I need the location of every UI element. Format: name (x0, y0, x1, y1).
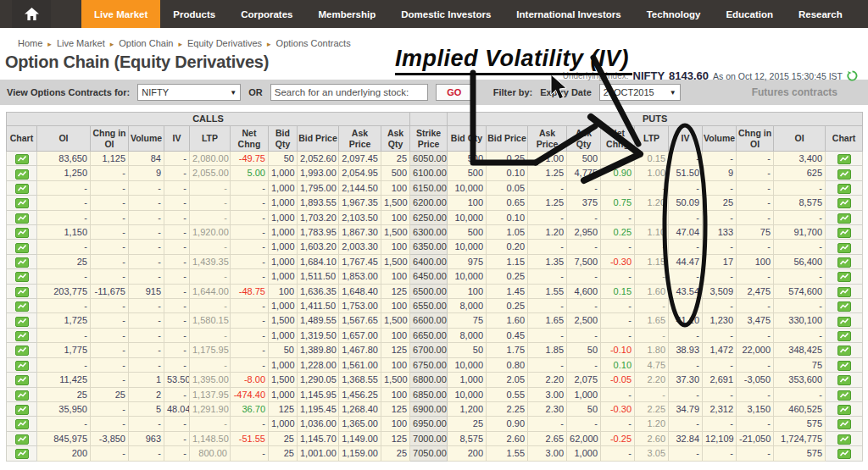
puts-ask-qty-cell: 4,775 (567, 166, 601, 180)
calls-chng-in-oi-cell: - (91, 166, 129, 180)
chart-icon[interactable] (15, 213, 29, 224)
chart-icon[interactable] (15, 272, 29, 282)
calls-net-chng-cell: - (231, 328, 269, 342)
expiry-date-label: Expiry Date (540, 87, 592, 97)
nav-item-corporates[interactable]: Corporates (228, 0, 305, 28)
chart-icon[interactable] (837, 169, 851, 180)
chart-icon[interactable] (837, 272, 851, 282)
chart-icon[interactable] (837, 287, 851, 297)
calls-oi-cell: 35,950 (37, 401, 91, 416)
calls-net-chng-cell: - (231, 240, 269, 254)
chart-icon[interactable] (837, 257, 851, 268)
chart-icon[interactable] (837, 317, 851, 327)
chart-icon[interactable] (837, 346, 851, 356)
nav-item-research[interactable]: Research (786, 0, 855, 28)
chart-icon[interactable] (837, 390, 851, 401)
chart-icon[interactable] (15, 198, 29, 208)
expiry-select[interactable]: 29OCT2015 ▼ (599, 84, 681, 101)
chart-icon[interactable] (15, 154, 29, 164)
breadcrumb-item-live-market[interactable]: Live Market (57, 38, 105, 48)
chart-icon[interactable] (15, 434, 29, 445)
puts-chart-cell (826, 357, 863, 372)
calls-volume-cell: 5 (129, 401, 164, 416)
search-input[interactable] (270, 84, 428, 101)
puts-volume-cell: - (703, 152, 737, 166)
symbol-select[interactable]: NIFTY ▼ (137, 84, 241, 101)
nav-item-products[interactable]: Products (160, 0, 228, 28)
breadcrumb-arrow-icon: ▸ (47, 40, 52, 48)
puts-volume-cell: 2,691 (703, 373, 737, 387)
calls-ltp-cell: 1,580.15 (190, 313, 231, 328)
breadcrumb-item-option-chain[interactable]: Option Chain (119, 38, 173, 48)
chart-icon[interactable] (837, 449, 851, 459)
chart-icon[interactable] (15, 184, 29, 194)
chart-icon[interactable] (15, 331, 29, 341)
puts-ltp-cell: - (635, 269, 669, 284)
puts-net-chng-cell: - (601, 210, 635, 224)
chart-icon[interactable] (837, 228, 851, 238)
chart-icon[interactable] (15, 390, 29, 401)
chart-icon[interactable] (15, 301, 29, 312)
calls-chart-cell (7, 166, 37, 180)
calls-oi-cell: - (37, 299, 91, 313)
nav-item-technology[interactable]: Technology (634, 0, 714, 28)
chart-icon[interactable] (837, 184, 851, 194)
puts-ask-qty-cell: 2,500 (567, 313, 601, 328)
chart-icon[interactable] (15, 405, 29, 415)
chart-icon[interactable] (837, 434, 851, 445)
chart-icon[interactable] (15, 243, 29, 253)
calls-net-chng-cell: - (231, 180, 269, 195)
chart-icon[interactable] (837, 154, 851, 164)
refresh-icon[interactable] (847, 70, 858, 81)
chart-icon[interactable] (15, 375, 29, 385)
calls-bid-qty-cell: 1,500 (269, 313, 298, 328)
chart-icon[interactable] (837, 331, 851, 341)
chart-icon[interactable] (15, 287, 29, 297)
go-button[interactable]: GO (436, 84, 473, 101)
breadcrumb-item-options-contracts[interactable]: Options Contracts (276, 38, 351, 48)
nav-item-domestic-investors[interactable]: Domestic Investors (388, 0, 504, 28)
puts-bid-qty-cell: 100 (448, 284, 487, 298)
calls-ltp-cell: - (190, 210, 231, 224)
home-tab[interactable] (12, 0, 51, 28)
breadcrumb-item-home[interactable]: Home (18, 38, 42, 48)
chart-icon[interactable] (837, 375, 851, 385)
puts-ask-qty-cell: 2,075 (567, 373, 601, 387)
chart-icon[interactable] (837, 361, 851, 371)
chart-icon[interactable] (15, 169, 29, 180)
nav-item-live-market[interactable]: Live Market (81, 0, 160, 28)
option-chain-row: 25---1,439.35-1,0001,684.101,767.451,500… (7, 254, 863, 268)
chart-icon[interactable] (15, 361, 29, 371)
nav-item-education[interactable]: Education (713, 0, 786, 28)
puts-volume-cell: - (703, 417, 737, 431)
breadcrumb-item-equity-derivatives[interactable]: Equity Derivatives (187, 38, 262, 48)
nav-item-membership[interactable]: Membership (305, 0, 388, 28)
puts-header-ask-price: Ask Price (528, 126, 567, 152)
nav-item-international-investors[interactable]: International Investors (504, 0, 633, 28)
puts-chart-cell (826, 284, 863, 298)
chart-icon[interactable] (837, 213, 851, 224)
chart-icon[interactable] (837, 198, 851, 208)
chart-icon[interactable] (837, 301, 851, 312)
chart-icon[interactable] (15, 228, 29, 238)
puts-bid-qty-cell: 975 (448, 254, 487, 268)
chart-icon[interactable] (837, 243, 851, 253)
puts-oi-cell: - (774, 269, 826, 284)
calls-ask-qty-cell: 1,500 (381, 254, 410, 268)
chart-icon[interactable] (15, 346, 29, 356)
calls-oi-cell: - (37, 180, 91, 195)
chart-icon[interactable] (15, 257, 29, 268)
puts-ask-price-cell: 1.65 (528, 313, 567, 328)
strike-price-cell: 6500.00 (410, 284, 448, 298)
chevron-down-icon: ▼ (670, 89, 676, 97)
chart-icon[interactable] (15, 449, 29, 459)
chart-icon[interactable] (15, 317, 29, 327)
calls-ask-qty-cell: 1,500 (381, 196, 410, 210)
chart-icon[interactable] (15, 419, 29, 429)
futures-contracts-link[interactable]: Futures contracts (752, 86, 837, 98)
calls-ltp-cell: 2,080.00 (190, 152, 231, 166)
option-chain-row: ------1,0001,228.001,561.001006750.0010,… (7, 357, 863, 372)
chart-icon[interactable] (837, 419, 851, 429)
puts-iv-cell: 44.47 (669, 254, 703, 268)
chart-icon[interactable] (837, 405, 851, 415)
